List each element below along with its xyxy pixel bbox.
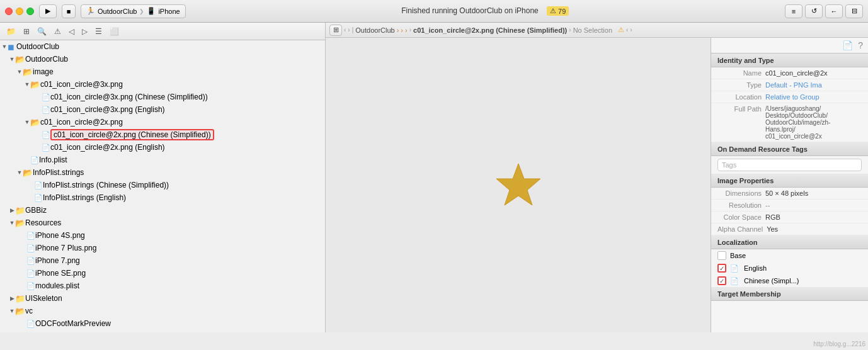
scheme-selector[interactable]: 🏃 OutdoorClub ❯ 📱 iPhone xyxy=(81,4,186,18)
list-icon[interactable]: ☰ xyxy=(93,26,105,37)
file-icon: 📄 xyxy=(42,93,50,101)
base-label: Base xyxy=(730,252,746,259)
refresh-button[interactable]: ↺ xyxy=(805,4,823,18)
folder-view-icon[interactable]: 📁 xyxy=(4,26,18,37)
nav-icon-extra[interactable]: ⬜ xyxy=(107,26,122,37)
help-icon[interactable]: ? xyxy=(858,40,863,50)
scheme-name: OutdoorClub xyxy=(98,8,137,15)
tags-input[interactable]: Tags xyxy=(717,159,862,171)
chinese-checkbox[interactable] xyxy=(717,276,726,285)
nav-icon-back[interactable]: ◁ xyxy=(66,26,77,37)
tree-label: iPhone 4S.png xyxy=(35,231,85,240)
fullpath-inner: Full Path /Users/jiaguoshang/Desktop/Out… xyxy=(717,105,830,140)
file-icon: 📄 xyxy=(30,156,39,164)
tree-item-c01-2x-english[interactable]: ▶ 📄 c01_icon_circle@2x.png (English) xyxy=(0,141,325,154)
toolbar-right: ≡ ↺ ← ⊟ xyxy=(785,4,863,18)
triangle-icon: ▼ xyxy=(9,56,15,62)
alpha-label: Alpha Channel xyxy=(717,225,763,233)
tree-item-iphonese[interactable]: ▶ 📄 iPhone SE.png xyxy=(0,267,325,279)
bc-nav-fwd[interactable]: › xyxy=(630,26,632,33)
project-icon: ◼ xyxy=(8,42,14,52)
nav-toolbar: 📁 ⊞ 🔍 ⚠ ◁ ▷ ☰ ⬜ xyxy=(0,23,325,40)
maximize-button[interactable] xyxy=(26,8,34,15)
preview-pane xyxy=(326,38,711,332)
tree-label: c01_icon_circle@2x.png (English) xyxy=(50,143,165,152)
tree-item-infoplist-strings[interactable]: ▼ 📂 InfoPlist.strings xyxy=(0,166,325,179)
tree-item-vc[interactable]: ▼ 📂 vc xyxy=(0,305,325,317)
search-icon[interactable]: 🔍 xyxy=(35,26,49,37)
split-view-button[interactable]: ⊟ xyxy=(845,4,863,18)
tree-item-iphone4s[interactable]: ▶ 📄 iPhone 4S.png xyxy=(0,229,325,242)
group-icon: 📂 xyxy=(30,118,40,127)
main-layout: 📁 ⊞ 🔍 ⚠ ◁ ▷ ☰ ⬜ ▼ ◼ OutdoorClub ▼ 📂 Outd… xyxy=(0,23,868,332)
type-value: Default - PNG Ima xyxy=(765,81,822,89)
tree-item-gbbiz[interactable]: ▶ 📁 GBBiz xyxy=(0,204,325,217)
bc-folder3[interactable]: › xyxy=(405,26,408,34)
tags-placeholder: Tags xyxy=(722,161,736,169)
tree-item-resources[interactable]: ▼ 📂 Resources xyxy=(0,217,325,229)
warning-badge[interactable]: ⚠ 79 xyxy=(547,6,569,16)
tree-item-c01-3x-english[interactable]: ▶ 📄 c01_icon_circle@3x.png (English) xyxy=(0,103,325,116)
stop-button[interactable]: ■ xyxy=(62,4,76,18)
base-checkbox[interactable] xyxy=(717,251,726,260)
dimensions-label: Dimensions xyxy=(717,189,762,197)
tree-item-iphone7[interactable]: ▶ 📄 iPhone 7.png xyxy=(0,254,325,267)
file-icon: 📄 xyxy=(42,106,50,114)
name-row: Name c01_icon_circle@2x xyxy=(711,67,868,79)
name-value: c01_icon_circle@2x xyxy=(765,69,828,77)
tree-item-image[interactable]: ▼ 📂 image xyxy=(0,65,325,78)
tree-label: image xyxy=(33,67,54,76)
tree-item-c01-2x-group[interactable]: ▼ 📂 c01_icon_circle@2x.png xyxy=(0,116,325,128)
list-view-button[interactable]: ≡ xyxy=(785,4,802,18)
triangle-icon: ▼ xyxy=(16,169,23,176)
tree-label: OutdoorClub xyxy=(25,55,68,64)
back-button[interactable]: ← xyxy=(825,4,843,18)
file-icon: 📄 xyxy=(34,194,43,202)
tree-item-outdoorclub-group[interactable]: ▼ 📂 OutdoorClub xyxy=(0,53,325,65)
bc-nav-back[interactable]: ‹ xyxy=(626,26,628,33)
bc-selection[interactable]: No Selection xyxy=(573,26,612,34)
tree-item-uiskeleton[interactable]: ▶ 📁 UISkeleton xyxy=(0,292,325,305)
tree-item-odcfootmark[interactable]: ▶ 📄 ODCFootMarkPreview xyxy=(0,317,325,330)
bc-folder1[interactable]: › xyxy=(397,26,399,34)
run-button[interactable]: ▶ xyxy=(39,4,57,18)
tree-item-iphone7plus[interactable]: ▶ 📄 iPhone 7 Plus.png xyxy=(0,242,325,254)
bc-fwd-btn[interactable]: › xyxy=(348,26,350,33)
tree-item-c01-3x-group[interactable]: ▼ 📂 c01_icon_circle@3x.png xyxy=(0,78,325,91)
target-membership-header: Target Membership xyxy=(711,287,868,301)
group-icon: 📂 xyxy=(15,307,25,316)
triangle-icon: ▼ xyxy=(24,81,30,88)
tree-label: c01_icon_circle@2x.png (Chinese (Simplif… xyxy=(50,129,214,140)
file-inspector-icon[interactable]: 📄 xyxy=(842,40,853,50)
warning-nav-icon[interactable]: ⚠ xyxy=(52,26,64,37)
tree-item-infoplist[interactable]: ▶ 📄 Info.plist xyxy=(0,154,325,166)
location-value: Relative to Group xyxy=(765,93,819,101)
inspector-toolbar: 📄 ? xyxy=(711,38,868,54)
tree-item-c01-2x-chinese[interactable]: ▶ 📄 c01_icon_circle@2x.png (Chinese (Sim… xyxy=(0,128,325,141)
folder-icon: 📁 xyxy=(15,294,25,303)
content-row: 📄 ? Identity and Type Name c01_icon_circ… xyxy=(326,38,868,332)
bc-file[interactable]: c01_icon_circle@2x.png (Chinese (Simplif… xyxy=(413,26,567,34)
bc-folder2[interactable]: › xyxy=(401,26,403,34)
tree-item-c01-3x-chinese[interactable]: ▶ 📄 c01_icon_circle@3x.png (Chinese (Sim… xyxy=(0,91,325,103)
tree-item-infoplist-chinese[interactable]: ▶ 📄 InfoPlist.strings (Chinese (Simplifi… xyxy=(0,179,325,191)
minimize-button[interactable] xyxy=(16,8,23,15)
tree-item-modules[interactable]: ▶ 📄 modules.plist xyxy=(0,279,325,292)
localization-header: Localization xyxy=(711,235,868,249)
tree-label: iPhone 7 Plus.png xyxy=(35,244,96,252)
file-tree: ▼ ◼ OutdoorClub ▼ 📂 OutdoorClub ▼ 📂 imag… xyxy=(0,40,325,330)
triangle-closed: ▶ xyxy=(9,295,15,302)
close-button[interactable] xyxy=(5,8,13,15)
tree-label: Info.plist xyxy=(39,155,67,164)
nav-icon-2[interactable]: ⊞ xyxy=(21,26,32,37)
tree-item-infoplist-english[interactable]: ▶ 📄 InfoPlist.strings (English) xyxy=(0,191,325,204)
bc-outdoorclub[interactable]: OutdoorClub xyxy=(355,26,394,34)
bc-back-btn[interactable]: ‹ xyxy=(344,26,346,33)
tree-label: OutdoorClub xyxy=(16,42,59,51)
triangle-icon: ▼ xyxy=(9,220,15,226)
tree-item-outdoorclub-root[interactable]: ▼ ◼ OutdoorClub xyxy=(0,40,325,53)
status-bar: Finished running OutdoorClub on iPhone ⚠… xyxy=(191,6,780,16)
nav-icon-forward[interactable]: ▷ xyxy=(79,26,90,37)
grid-view-button[interactable]: ⊞ xyxy=(329,25,342,36)
english-checkbox[interactable] xyxy=(717,264,726,273)
